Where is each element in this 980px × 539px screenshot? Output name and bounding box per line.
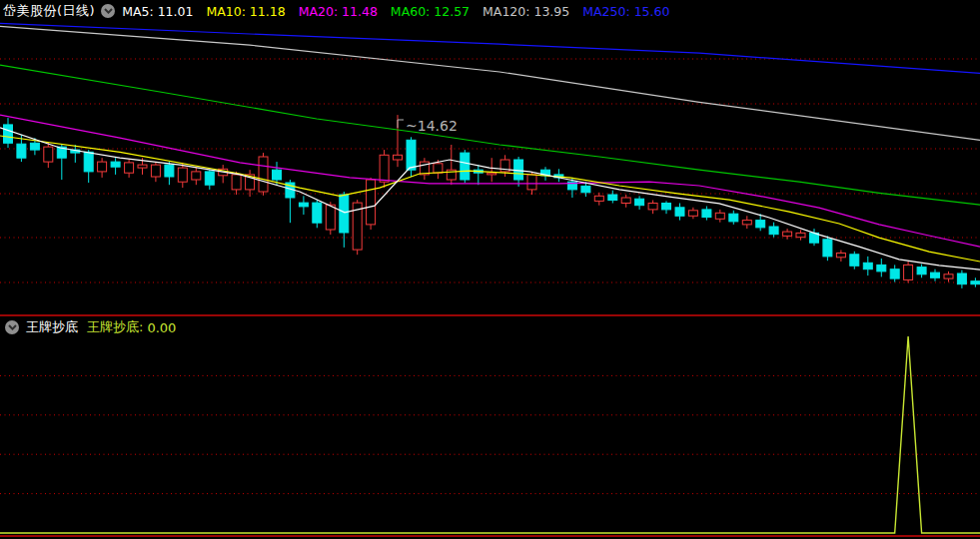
ma-readouts: MA5: 11.01MA10: 11.18MA20: 11.48MA60: 12…	[122, 4, 669, 19]
ma-readout: MA20: 11.48	[299, 4, 378, 19]
titlebar: 岱美股份(日线) MA5: 11.01MA10: 11.18MA20: 11.4…	[0, 0, 980, 22]
indicator-chart[interactable]	[0, 315, 980, 539]
indicator-name: 王牌抄底	[26, 318, 78, 336]
bottom-separator	[0, 535, 980, 537]
ma-readout: MA250: 15.60	[582, 4, 669, 19]
indicator-readout-label: 王牌抄底:	[87, 318, 143, 336]
stock-title: 岱美股份(日线)	[3, 2, 95, 20]
chevron-down-icon	[8, 324, 17, 330]
indicator-collapse-button[interactable]	[5, 320, 19, 334]
ma-readout: MA60: 12.57	[391, 4, 470, 19]
app-window: 岱美股份(日线) MA5: 11.01MA10: 11.18MA20: 11.4…	[0, 0, 980, 539]
ma-readout: MA10: 11.18	[206, 4, 285, 19]
panel-separator[interactable]	[0, 314, 980, 316]
indicator-header: 王牌抄底 王牌抄底: 0.00	[3, 318, 180, 336]
chevron-down-icon	[104, 8, 113, 14]
ma-readout: MA5: 11.01	[122, 4, 193, 19]
candlestick-chart[interactable]: ~14.62	[0, 0, 980, 315]
ma-readout: MA120: 13.95	[483, 4, 569, 19]
indicator-readout-value: 0.00	[147, 320, 176, 335]
peak-price-annotation: ~14.62	[406, 118, 458, 134]
main-panel-collapse-button[interactable]	[101, 4, 115, 18]
